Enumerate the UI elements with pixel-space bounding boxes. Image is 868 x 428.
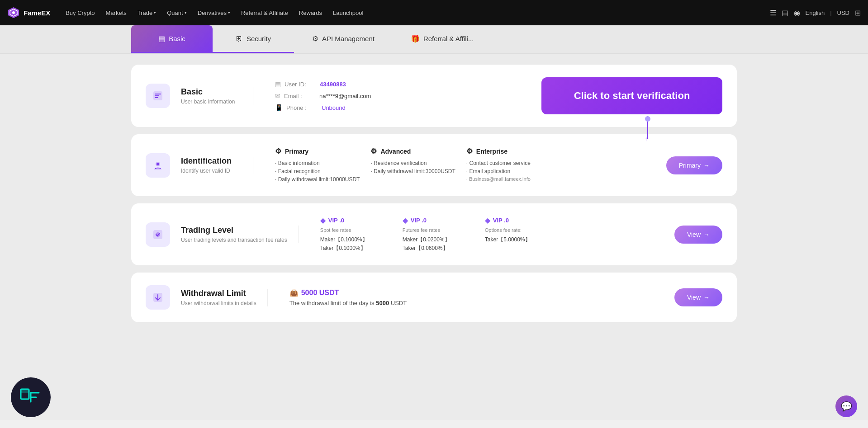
- withdrawal-card: Withdrawal Limit User withdrawal limits …: [131, 273, 737, 322]
- trading-title-section: Trading Level User trading levels and tr…: [181, 226, 299, 243]
- id-title: Identification: [181, 156, 242, 166]
- svg-point-8: [157, 163, 159, 165]
- main-content: Basic User basic information ▤ User ID: …: [0, 54, 868, 420]
- currency-selector[interactable]: USD: [837, 9, 849, 16]
- svg-rect-6: [155, 97, 158, 98]
- arrow-line-vertical: ↑: [647, 116, 648, 139]
- vip-spot-label: VIP .0: [328, 217, 344, 224]
- grid-icon[interactable]: ⊞: [855, 9, 861, 17]
- orders-icon[interactable]: ☰: [770, 9, 776, 17]
- id-title-section: Identification Identify user valid ID: [181, 156, 253, 174]
- tab-basic[interactable]: ▤ Basic: [131, 25, 213, 53]
- verify-button[interactable]: Click to start verification: [541, 77, 722, 114]
- user-id-icon: ▤: [275, 80, 281, 88]
- withdrawal-note-value: 5000: [376, 300, 389, 306]
- tab-api[interactable]: ⚙ API Management: [294, 25, 393, 53]
- user-icon[interactable]: ◉: [794, 9, 800, 17]
- tab-referral[interactable]: 🎁 Referral & Affili...: [393, 25, 492, 53]
- primary-header: ⚙ Primary: [275, 147, 360, 155]
- primary-items: Basic information Facial recognition Dai…: [275, 159, 360, 183]
- phone-icon: 📱: [275, 104, 283, 111]
- enterprise-label: Enterprise: [476, 148, 508, 155]
- diamond-icon-spot: ◆: [320, 216, 326, 225]
- email-value: na****9@gmail.com: [319, 93, 371, 99]
- chat-icon: 💬: [841, 401, 852, 412]
- withdrawal-view-button[interactable]: View →: [674, 288, 722, 306]
- nav-buy-crypto[interactable]: Buy Crypto: [61, 7, 99, 19]
- id-icon: [152, 160, 164, 171]
- nav-trade[interactable]: Trade▾: [133, 7, 161, 19]
- logo-circle-icon: [17, 384, 44, 411]
- nav-links: Buy Crypto Markets Trade▾ Quant▾ Derivat…: [61, 7, 769, 19]
- enterprise-icon: ⚙: [466, 147, 473, 155]
- email-label: Email :: [284, 93, 316, 99]
- enterprise-header: ⚙ Enterprise: [466, 147, 539, 155]
- primary-item-2: Daily withdrawal limit:10000USDT: [275, 175, 360, 183]
- id-card-icon-box: [146, 153, 170, 178]
- id-levels: ⚙ Primary Basic information Facial recog…: [275, 147, 655, 183]
- spot-maker: Maker【0.1000%】: [320, 235, 388, 244]
- advanced-item-1: Daily withdrawal limit:30000USDT: [370, 167, 455, 175]
- basic-icon: [152, 90, 164, 102]
- arrow-down: ↑: [645, 135, 648, 142]
- logo[interactable]: FameEX: [7, 6, 50, 19]
- identification-card: ↑ Identification Identify user valid ID …: [131, 134, 737, 196]
- nav-right: ☰ ▤ ◉ English | USD ⊞: [770, 9, 861, 17]
- wallet-icon[interactable]: ▤: [782, 9, 788, 17]
- language-selector[interactable]: English: [806, 9, 825, 16]
- email-icon: ✉: [275, 92, 280, 99]
- vip-futures-header: ◆ VIP .0: [403, 216, 470, 225]
- basic-fields: ▤ User ID: 43490883 ✉ Email : na****9@gm…: [275, 80, 371, 111]
- robot-icon: ⚙: [312, 34, 318, 43]
- nav-launchpool[interactable]: Launchpool: [328, 7, 368, 19]
- chat-bubble[interactable]: 💬: [835, 395, 857, 417]
- vip-options-label: VIP .0: [493, 217, 509, 224]
- id-level-primary: ⚙ Primary Basic information Facial recog…: [275, 147, 360, 183]
- basic-card-body: ▤ User ID: 43490883 ✉ Email : na****9@gm…: [264, 80, 531, 111]
- withdrawal-card-icon-box: [146, 285, 170, 310]
- primary-button[interactable]: Primary →: [666, 156, 722, 174]
- trading-icon: [152, 229, 164, 240]
- basic-card-icon-box: [146, 84, 170, 108]
- svg-rect-4: [155, 94, 161, 94]
- enterprise-item-0: Contact customer service: [466, 159, 539, 167]
- nav-rewards[interactable]: Rewards: [294, 7, 327, 19]
- email-row: ✉ Email : na****9@gmail.com: [275, 92, 371, 99]
- vip-futures: ◆ VIP .0 Futures fee rates Maker【0.0200%…: [403, 216, 470, 253]
- vip-options: ◆ VIP .0 Options fee rate: Taker【5.0000%…: [485, 216, 553, 253]
- tab-security[interactable]: ⛨ Security: [213, 25, 294, 53]
- nav-markets[interactable]: Markets: [101, 7, 131, 19]
- logo-icon: [7, 6, 20, 19]
- id-subtitle: Identify user valid ID: [181, 168, 242, 174]
- advanced-label: Advanced: [380, 148, 411, 155]
- tab-referral-label: Referral & Affili...: [423, 35, 474, 42]
- nav-quant[interactable]: Quant▾: [162, 7, 191, 19]
- divider: |: [830, 9, 831, 16]
- basic-title-section: Basic User basic information: [181, 87, 253, 105]
- primary-icon: ⚙: [275, 147, 281, 155]
- id-level-enterprise: ⚙ Enterprise Contact customer service Em…: [466, 147, 539, 183]
- vip-futures-sublabel: Futures fee rates: [403, 227, 470, 233]
- gift-icon: 🎁: [411, 34, 420, 43]
- withdrawal-note: The withdrawal limit of the day is 5000 …: [289, 300, 664, 306]
- tab-api-label: API Management: [322, 35, 375, 42]
- spot-taker: Taker【0.1000%】: [320, 244, 388, 253]
- view-arrow-icon: →: [703, 231, 710, 238]
- nav-referral[interactable]: Referral & Affiliate: [237, 7, 293, 19]
- basic-subtitle: User basic information: [181, 99, 242, 105]
- vip-options-rates: Taker【5.0000%】: [485, 235, 553, 244]
- tab-security-label: Security: [247, 35, 271, 42]
- fameex-logo-circle[interactable]: [11, 377, 51, 417]
- trading-view-button[interactable]: View →: [674, 226, 722, 244]
- trading-title: Trading Level: [181, 226, 287, 235]
- primary-item-1: Facial recognition: [275, 167, 360, 175]
- nav-derivatives[interactable]: Derivatives▾: [193, 7, 235, 19]
- futures-taker: Taker【0.0600%】: [403, 244, 470, 253]
- advanced-item-0: Residence verification: [370, 159, 455, 167]
- diamond-icon-futures: ◆: [403, 216, 408, 225]
- vip-spot-rates: Maker【0.1000%】 Taker【0.1000%】: [320, 235, 388, 253]
- advanced-header: ⚙ Advanced: [370, 147, 455, 155]
- withdrawal-icon: [152, 292, 164, 303]
- enterprise-item-2: Business@mail.fameex.info: [466, 175, 539, 183]
- primary-arrow-icon: →: [703, 162, 710, 169]
